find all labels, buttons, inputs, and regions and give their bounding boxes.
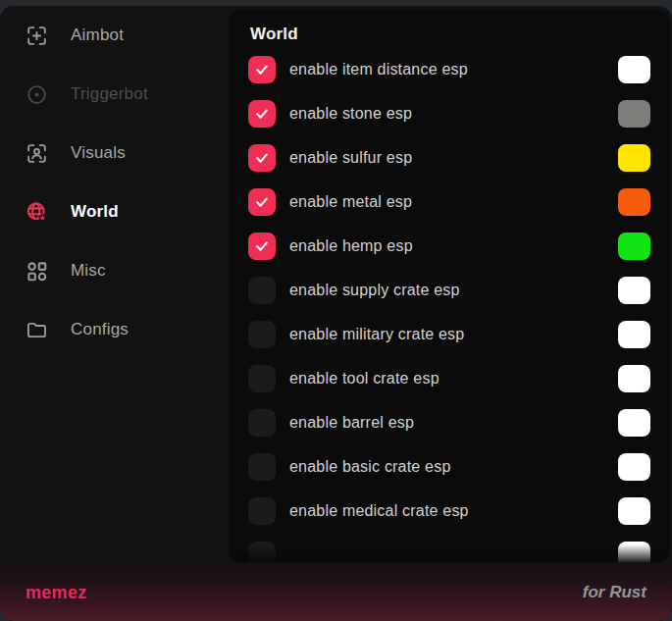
esp-option-label: enable sulfur esp: [289, 149, 412, 167]
folder-icon: [25, 318, 49, 342]
sidebar-item-misc[interactable]: Misc: [0, 241, 229, 300]
color-swatch[interactable]: [618, 233, 650, 260]
color-swatch[interactable]: [618, 188, 650, 216]
check-icon: [254, 194, 270, 210]
globe-star-icon: [25, 200, 49, 225]
esp-checkbox[interactable]: [248, 233, 276, 260]
color-swatch[interactable]: [618, 144, 650, 172]
esp-option-label: enable item distance esp: [289, 61, 468, 78]
esp-row: enable supply crate esp: [248, 277, 650, 304]
crosshair-scan-icon: [25, 24, 49, 48]
esp-checkbox[interactable]: [248, 188, 276, 216]
cheat-menu-window: Aimbot Triggerbot: [0, 6, 672, 621]
color-swatch[interactable]: [618, 409, 650, 437]
esp-checkbox[interactable]: [248, 497, 276, 525]
esp-row: enable hemp esp: [248, 233, 650, 260]
sidebar-item-label: Aimbot: [71, 26, 124, 45]
esp-checkbox[interactable]: [248, 409, 276, 437]
esp-checkbox[interactable]: [248, 321, 276, 348]
esp-option-label: enable stone esp: [289, 105, 412, 123]
brand-name: memez: [26, 583, 87, 603]
product-tagline: for Rust: [583, 583, 646, 602]
world-panel: World enable item distance esp enable st…: [229, 10, 670, 562]
sidebar: Aimbot Triggerbot: [0, 6, 229, 564]
esp-option-label: enable supply crate esp: [289, 282, 460, 299]
esp-option-label: enable basic crate esp: [289, 458, 451, 476]
esp-checkbox[interactable]: [248, 542, 276, 562]
esp-checkbox[interactable]: [248, 453, 276, 481]
esp-option-list: enable item distance esp enable stone es…: [229, 56, 670, 562]
esp-row: [248, 542, 650, 562]
check-icon: [254, 62, 270, 78]
color-swatch[interactable]: [618, 453, 650, 481]
sidebar-item-label: Configs: [71, 320, 129, 339]
esp-row: enable metal esp: [248, 188, 650, 216]
color-swatch[interactable]: [618, 542, 650, 562]
esp-row: enable item distance esp: [248, 56, 650, 83]
sidebar-item-configs[interactable]: Configs: [0, 300, 229, 359]
esp-row: enable stone esp: [248, 100, 650, 128]
check-icon: [254, 238, 270, 254]
esp-checkbox[interactable]: [248, 56, 276, 83]
esp-row: enable barrel esp: [248, 409, 650, 437]
esp-checkbox[interactable]: [248, 100, 276, 128]
esp-option-label: enable military crate esp: [289, 326, 464, 343]
esp-option-label: enable barrel esp: [289, 414, 414, 432]
esp-row: enable basic crate esp: [248, 453, 650, 481]
sidebar-item-world[interactable]: World: [0, 182, 229, 241]
footer-bar: memez for Rust: [0, 564, 672, 621]
esp-option-label: enable hemp esp: [289, 237, 413, 255]
sidebar-item-visuals[interactable]: Visuals: [0, 124, 229, 182]
esp-option-label: enable medical crate esp: [289, 502, 469, 520]
check-icon: [254, 150, 270, 166]
sidebar-item-aimbot[interactable]: Aimbot: [0, 6, 229, 65]
color-swatch[interactable]: [618, 100, 650, 128]
sidebar-item-label: World: [71, 202, 119, 222]
sidebar-item-triggerbot[interactable]: Triggerbot: [0, 65, 229, 124]
category-grid-icon: [25, 259, 49, 284]
esp-option-label: enable metal esp: [289, 193, 412, 211]
color-swatch[interactable]: [618, 365, 650, 392]
sidebar-item-label: Triggerbot: [71, 84, 148, 104]
circle-dot-icon: [25, 82, 49, 107]
esp-checkbox[interactable]: [248, 277, 276, 304]
sidebar-item-label: Visuals: [71, 143, 126, 163]
esp-row: enable tool crate esp: [248, 365, 650, 392]
esp-row: enable sulfur esp: [248, 144, 650, 172]
panel-title: World: [229, 10, 670, 45]
esp-checkbox[interactable]: [248, 365, 276, 392]
esp-row: enable military crate esp: [248, 321, 650, 348]
color-swatch[interactable]: [618, 56, 650, 83]
esp-row: enable medical crate esp: [248, 497, 650, 525]
check-icon: [254, 106, 270, 122]
esp-checkbox[interactable]: [248, 144, 276, 172]
color-swatch[interactable]: [618, 497, 650, 525]
person-scan-icon: [25, 141, 49, 166]
sidebar-item-label: Misc: [71, 261, 106, 281]
color-swatch[interactable]: [618, 321, 650, 348]
esp-option-label: enable tool crate esp: [289, 370, 439, 388]
color-swatch[interactable]: [618, 277, 650, 304]
